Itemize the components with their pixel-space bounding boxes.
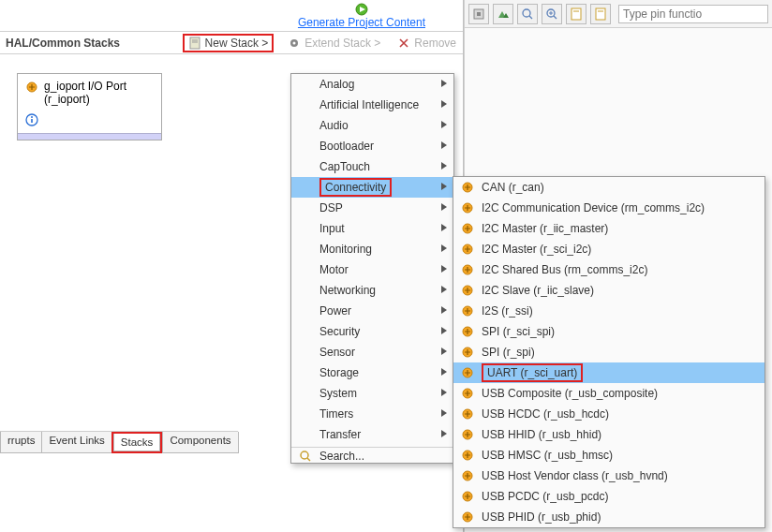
page2-button[interactable] (590, 4, 611, 24)
submenu-item-label: USB PHID (r_usb_phid) (482, 510, 601, 524)
menu-item-motor[interactable]: Motor (291, 259, 453, 280)
menu-item-captouch[interactable]: CapTouch (291, 156, 453, 177)
menu-item-monitoring[interactable]: Monitoring (291, 239, 453, 259)
top-action-bar: Generate Project Content (0, 0, 463, 32)
submenu-item-spi-r-sci-spi[interactable]: SPI (r_sci_spi) (453, 321, 765, 342)
zoom-in-button[interactable] (542, 4, 562, 24)
submenu-item-i2c-shared-bus-rm-comms-i2c[interactable]: I2C Shared Bus (rm_comms_i2c) (453, 259, 765, 280)
remove-button: Remove (394, 36, 459, 51)
stack-card-footer-bar (18, 133, 161, 140)
chevron-right-icon (440, 140, 448, 150)
stack-module-icon (461, 304, 474, 318)
submenu-item-i2c-master-r-iic-master[interactable]: I2C Master (r_iic_master) (453, 218, 765, 239)
landscape-button[interactable] (493, 4, 513, 24)
submenu-item-i2c-slave-r-iic-slave[interactable]: I2C Slave (r_iic_slave) (453, 280, 765, 301)
menu-item-storage[interactable]: Storage (291, 362, 453, 383)
menu-item-input[interactable]: Input (291, 218, 453, 239)
menu-item-connectivity[interactable]: Connectivity (291, 177, 453, 198)
page-icon (594, 7, 607, 21)
submenu-item-uart-r-sci-uart[interactable]: UART (r_sci_uart) (453, 362, 765, 383)
chevron-right-icon (440, 79, 448, 88)
search-icon (299, 450, 312, 463)
chevron-right-icon (440, 161, 448, 170)
new-stack-menu: AnalogArtificial IntelligenceAudioBootlo… (290, 73, 454, 464)
stack-module-icon (461, 407, 474, 421)
menu-item-transfer[interactable]: Transfer (291, 424, 453, 445)
chip-icon (472, 7, 485, 21)
submenu-item-usb-hcdc-r-usb-hcdc[interactable]: USB HCDC (r_usb_hcdc) (453, 404, 765, 424)
menu-item-search[interactable]: Search... (291, 447, 453, 463)
extend-stack-icon (288, 37, 301, 50)
menu-item-system[interactable]: System (291, 383, 453, 404)
chevron-right-icon (440, 305, 448, 315)
tab-components[interactable]: Components (162, 432, 238, 453)
stack-module-icon (461, 490, 474, 503)
menu-item-power[interactable]: Power (291, 301, 453, 321)
stack-card-title: g_ioport I/O Port (44, 80, 126, 93)
menu-item-networking[interactable]: Networking (291, 280, 453, 301)
submenu-item-label: USB PCDC (r_usb_pcdc) (482, 490, 608, 503)
submenu-item-label: I2C Slave (r_iic_slave) (482, 284, 594, 297)
submenu-item-label: USB Host Vendor class (r_usb_hvnd) (482, 469, 668, 482)
chevron-right-icon (440, 408, 448, 418)
chevron-right-icon (440, 388, 448, 397)
chevron-right-icon (440, 120, 448, 129)
remove-label: Remove (414, 37, 456, 50)
submenu-item-label: I2C Shared Bus (rm_comms_i2c) (482, 263, 647, 276)
menu-item-dsp[interactable]: DSP (291, 198, 453, 218)
submenu-item-usb-pcdc-r-usb-pcdc[interactable]: USB PCDC (r_usb_pcdc) (453, 486, 765, 507)
menu-item-security[interactable]: Security (291, 321, 453, 342)
stack-module-icon (461, 366, 474, 379)
chevron-right-icon (440, 347, 448, 356)
submenu-item-usb-host-vendor-class-r-usb-hvnd[interactable]: USB Host Vendor class (r_usb_hvnd) (453, 466, 765, 486)
menu-item-bootloader[interactable]: Bootloader (291, 136, 453, 156)
stack-module-icon (461, 428, 474, 441)
bottom-tabs: rrupts Event Links Stacks Components (0, 431, 238, 453)
menu-item-audio[interactable]: Audio (291, 115, 453, 136)
submenu-item-can-r-can[interactable]: CAN (r_can) (453, 177, 765, 198)
submenu-item-label: USB HMSC (r_usb_hmsc) (482, 449, 613, 462)
stack-module-icon (461, 387, 474, 400)
submenu-item-label: CAN (r_can) (482, 181, 544, 194)
menu-item-analog[interactable]: Analog (291, 74, 453, 95)
submenu-item-label: I2C Communication Device (rm_comms_i2c) (482, 201, 705, 214)
submenu-item-usb-hhid-r-usb-hhid[interactable]: USB HHID (r_usb_hhid) (453, 424, 765, 445)
stacks-panel-title: HAL/Common Stacks (6, 37, 179, 50)
stack-card-ioport[interactable]: g_ioport I/O Port (r_ioport) (17, 73, 162, 140)
tab-event-links[interactable]: Event Links (41, 432, 111, 453)
pin-function-input[interactable] (618, 5, 768, 23)
submenu-item-usb-phid-r-usb-phid[interactable]: USB PHID (r_usb_phid) (453, 507, 765, 527)
menu-item-artificial-intelligence[interactable]: Artificial Intelligence (291, 95, 453, 115)
menu-item-sensor[interactable]: Sensor (291, 342, 453, 362)
submenu-item-i2c-master-r-sci-i2c[interactable]: I2C Master (r_sci_i2c) (453, 239, 765, 259)
submenu-item-i2c-communication-device-rm-comms-i2c[interactable]: I2C Communication Device (rm_comms_i2c) (453, 198, 765, 218)
play-icon[interactable] (355, 3, 368, 16)
chevron-right-icon (440, 99, 448, 109)
submenu-item-usb-hmsc-r-usb-hmsc[interactable]: USB HMSC (r_usb_hmsc) (453, 445, 765, 466)
zoom-reset-button[interactable] (517, 4, 538, 24)
chevron-right-icon (440, 367, 448, 377)
stack-module-icon (461, 449, 474, 462)
submenu-item-usb-composite-r-usb-composite[interactable]: USB Composite (r_usb_composite) (453, 383, 765, 404)
tab-interrupts[interactable]: rrupts (0, 432, 42, 453)
stack-module-icon (461, 243, 474, 256)
right-toolbar (465, 0, 772, 28)
submenu-item-label: I2C Master (r_sci_i2c) (482, 243, 591, 256)
chip-view-button[interactable] (468, 4, 489, 24)
submenu-item-label: USB HCDC (r_usb_hcdc) (482, 407, 609, 421)
tab-stacks[interactable]: Stacks (113, 434, 161, 451)
stack-card-subtitle: (r_ioport) (44, 93, 126, 106)
stack-module-icon (461, 201, 474, 214)
chevron-right-icon (440, 202, 448, 212)
new-stack-button[interactable]: New Stack > (186, 36, 272, 51)
submenu-item-label: SPI (r_spi) (482, 346, 535, 359)
submenu-item-i2s-r-ssi[interactable]: I2S (r_ssi) (453, 301, 765, 321)
page1-button[interactable] (566, 4, 586, 24)
generate-project-content-link[interactable]: Generate Project Content (298, 16, 425, 29)
chevron-right-icon (440, 285, 448, 294)
menu-item-timers[interactable]: Timers (291, 404, 453, 424)
zoom-in-icon (545, 7, 558, 21)
submenu-item-spi-r-spi[interactable]: SPI (r_spi) (453, 342, 765, 362)
info-icon[interactable] (25, 113, 38, 126)
stack-module-icon (461, 325, 474, 338)
